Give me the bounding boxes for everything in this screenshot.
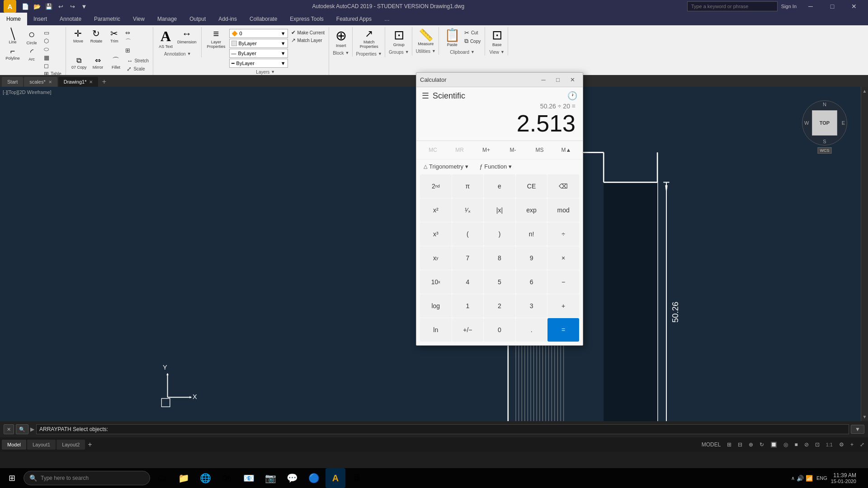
settings-icon[interactable]: ⚙ xyxy=(837,441,846,449)
trig-dropdown[interactable]: △ Trigonometry ▾ xyxy=(420,161,472,172)
calc-btn-minus[interactable]: − xyxy=(547,270,579,294)
3dosnap-status[interactable]: ◎ xyxy=(782,441,790,449)
calc-btn-5[interactable]: 5 xyxy=(484,270,515,294)
taskbar-whatsapp[interactable]: 💬 xyxy=(282,468,302,488)
mem-mminus[interactable]: M- xyxy=(500,143,526,157)
tab-output[interactable]: Output xyxy=(183,13,212,25)
layers-group-expand[interactable]: ▼ xyxy=(271,70,275,74)
calc-btn-tenpow[interactable]: 10x xyxy=(420,270,452,294)
function-dropdown[interactable]: ƒ Function ▾ xyxy=(476,161,515,172)
polygon-tool[interactable]: ⬡ xyxy=(42,37,63,45)
calc-btn-2[interactable]: 2 xyxy=(484,294,515,318)
taskbar-chrome[interactable]: 🔵 xyxy=(304,468,324,488)
taskbar-store[interactable]: 🛍 xyxy=(217,468,237,488)
calc-btn-3[interactable]: 3 xyxy=(516,294,547,318)
new-tab-button[interactable]: + xyxy=(99,77,109,87)
mem-ms[interactable]: MS xyxy=(527,143,552,157)
file-tab-drawing1[interactable]: Drawing1* ✕ xyxy=(58,77,99,87)
base-tool[interactable]: ⊡ Base xyxy=(489,28,505,48)
cmd-close-button[interactable]: ✕ xyxy=(4,424,14,434)
layer-properties-tool[interactable]: ≡ LayerProperties xyxy=(205,28,227,50)
tab-addins[interactable]: Add-ins xyxy=(212,13,243,25)
ortho-status[interactable]: ⊕ xyxy=(747,441,755,449)
file-tab-start[interactable]: Start xyxy=(2,77,23,87)
calc-btn-power[interactable]: xy xyxy=(420,246,452,270)
isnap-status[interactable]: 🔲 xyxy=(769,441,779,449)
calc-btn-mod[interactable]: mod xyxy=(547,198,579,222)
taskbar-photos[interactable]: 📷 xyxy=(260,468,280,488)
mem-mr[interactable]: MR xyxy=(447,143,472,157)
taskbar-lang[interactable]: ENG xyxy=(815,475,829,481)
fillet-row[interactable]: ⌒ xyxy=(124,37,132,46)
calc-btn-backspace[interactable]: ⌫ xyxy=(547,174,579,198)
calc-btn-ce[interactable]: CE xyxy=(516,174,547,198)
stretch-row[interactable]: ↔ Stretch xyxy=(125,57,150,65)
clipboard-group-expand[interactable]: ▼ xyxy=(471,50,475,54)
view-group-expand[interactable]: ▼ xyxy=(500,50,505,54)
show-desktop-button[interactable] xyxy=(858,468,863,488)
calc-btn-4[interactable]: 4 xyxy=(452,270,484,294)
lineweight-status[interactable]: ⊘ xyxy=(802,441,811,449)
tab-manage[interactable]: Manage xyxy=(151,13,183,25)
taskbar-network[interactable]: 🔊 xyxy=(797,475,804,482)
insert-tool[interactable]: ⊕ Insert xyxy=(333,28,349,49)
trim-tool[interactable]: ✂ Trim xyxy=(106,28,123,54)
mem-mplus[interactable]: M+ xyxy=(473,143,499,157)
groups-group-expand[interactable]: ▼ xyxy=(405,50,409,54)
copy-tool[interactable]: ⧉ 07 Copy xyxy=(70,56,89,75)
properties-group-expand[interactable]: ▼ xyxy=(378,52,382,56)
calc-btn-0[interactable]: 0 xyxy=(484,318,515,342)
viewcube[interactable]: N S E W TOP WCS xyxy=(802,100,847,145)
text-tool[interactable]: A AS Text xyxy=(157,28,175,50)
calc-history-icon[interactable]: 🕐 xyxy=(567,91,577,101)
calc-btn-second[interactable]: 2nd xyxy=(420,174,452,198)
min-button[interactable]: ─ xyxy=(800,0,821,13)
tab-view[interactable]: View xyxy=(127,13,151,25)
arc-tool[interactable]: ◜ Arc xyxy=(24,47,40,62)
file-tab-scales[interactable]: scales* ✕ xyxy=(24,77,57,87)
linetype-dropdown[interactable]: — ByLayer ▼ xyxy=(229,49,288,58)
calc-btn-reciprocal[interactable]: ¹⁄ₓ xyxy=(452,198,484,222)
tab-featuredapps[interactable]: Featured Apps xyxy=(330,13,378,25)
mirror-tool[interactable]: ⇔ Mirror xyxy=(89,56,106,75)
move-tool[interactable]: ✛ Move xyxy=(70,28,87,54)
calc-btn-divide[interactable]: ÷ xyxy=(547,222,579,246)
copy-clip-tool[interactable]: ⧉Copy xyxy=(463,37,482,45)
layer-dropdown[interactable]: 🔶 0 ▼ xyxy=(229,29,288,38)
paste-tool[interactable]: 📋 Paste xyxy=(443,28,462,48)
calc-btn-euler[interactable]: e xyxy=(484,174,515,198)
color-dropdown[interactable]: ByLayer ▼ xyxy=(229,39,288,48)
restore-button[interactable]: □ xyxy=(822,0,843,13)
model-status[interactable]: MODEL xyxy=(700,441,723,449)
scroll-up[interactable]: ▲ xyxy=(863,87,867,95)
taskbar-volume[interactable]: 📶 xyxy=(806,475,813,482)
lineweight-dropdown[interactable]: ━ ByLayer ▼ xyxy=(229,59,288,68)
make-current-tool[interactable]: ✔ Make Current xyxy=(290,29,326,36)
rect-tool[interactable]: ▭ xyxy=(42,29,63,37)
polar-status[interactable]: ↻ xyxy=(758,441,766,449)
taskbar-clock[interactable]: 11:39 AM 15-01-2020 xyxy=(831,472,856,484)
calc-btn-decimal[interactable]: . xyxy=(516,318,547,342)
scale-row[interactable]: ⤢ Scale xyxy=(125,65,150,73)
calc-btn-negate[interactable]: +/− xyxy=(452,318,484,342)
calc-btn-factorial[interactable]: n! xyxy=(516,222,547,246)
taskbar-acad[interactable]: A xyxy=(326,468,345,488)
calc-btn-plus[interactable]: + xyxy=(547,294,579,318)
signin-button[interactable]: Sign In xyxy=(781,4,797,9)
measure-tool[interactable]: 📏 Measure xyxy=(416,28,435,47)
undo-button[interactable]: ↩ xyxy=(55,1,66,12)
taskbar-mail[interactable]: 📧 xyxy=(239,468,259,488)
calc-btn-9[interactable]: 9 xyxy=(516,246,547,270)
dimension-tool[interactable]: ↔ Dimension xyxy=(175,28,198,45)
block-group-expand[interactable]: ▼ xyxy=(345,51,349,55)
calc-btn-6[interactable]: 6 xyxy=(516,270,547,294)
region-tool[interactable]: ◻ xyxy=(42,62,63,70)
calc-btn-square[interactable]: x² xyxy=(420,198,452,222)
taskbar-fileexplorer[interactable]: 📁 xyxy=(174,468,193,488)
zoom-button[interactable]: + xyxy=(849,441,855,449)
save-button[interactable]: 💾 xyxy=(43,1,54,12)
grid-status[interactable]: ⊞ xyxy=(725,441,733,449)
calc-btn-exp[interactable]: exp xyxy=(516,198,547,222)
layout1-tab[interactable]: Layout1 xyxy=(27,440,56,450)
taskbar-calc[interactable]: 🖩 xyxy=(347,468,367,488)
